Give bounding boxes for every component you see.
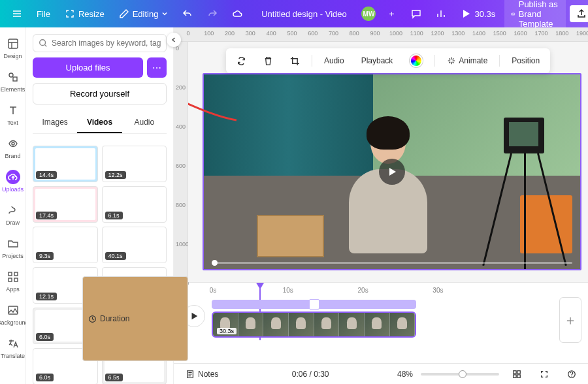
position-button[interactable]: Position [506,54,545,68]
top-bar: File Resize Editing MW ＋ 30.3s Publish a… [0,0,588,27]
svg-point-1 [9,73,13,77]
analytics-button[interactable] [431,5,451,22]
user-avatar[interactable]: MW [361,7,376,21]
rail-brand[interactable]: Brand [0,133,25,163]
menu-button[interactable] [7,5,27,22]
chart-icon [436,8,446,19]
upload-thumb[interactable]: 6.1s [102,186,167,223]
resize-icon [65,8,75,19]
upload-files-button[interactable]: Upload files [33,57,143,78]
sync-icon [237,56,246,66]
upload-thumb[interactable]: 40.1s [102,227,167,263]
rail-text[interactable]: Text [0,99,25,130]
notes-button[interactable]: Notes [180,368,223,381]
upload-thumb[interactable]: 14.4s [33,146,98,182]
upload-thumb[interactable]: 17.4s [33,186,98,223]
tab-audio[interactable]: Audio [122,112,167,133]
fullscreen-button[interactable] [534,368,554,381]
audio-button[interactable]: Audio [319,54,350,68]
play-icon [461,8,471,19]
play-preview-button[interactable]: 30.3s [455,5,500,22]
playback-time: 0:06 / 0:30 [292,370,329,379]
add-member-button[interactable]: ＋ [381,5,402,22]
translate-icon [6,336,20,351]
help-button[interactable] [562,368,581,381]
upload-more-button[interactable]: ⋯ [147,57,167,78]
bottom-bar: Notes Duration 0:06 / 0:30 48% [174,363,588,384]
crown-icon [511,8,515,19]
timeline: 0s10s20s30s 30.3s ＋ [174,282,588,363]
animate-button[interactable]: Animate [442,54,493,68]
undo-icon [182,8,193,19]
plus-icon: ＋ [386,8,397,19]
svg-rect-11 [514,370,516,373]
cloud-upload-icon [6,170,20,184]
editing-menu[interactable]: Editing [114,5,174,22]
design-title-input[interactable] [252,9,356,19]
zoom-slider[interactable] [421,373,499,376]
grid-view-button[interactable] [507,368,527,381]
file-menu[interactable]: File [31,6,56,22]
svg-point-3 [12,142,14,145]
zoom-value: 48% [397,370,413,379]
clock-icon [88,315,97,323]
expand-icon [540,370,549,379]
rail-projects[interactable]: Projects [0,232,25,263]
share-button[interactable]: Share [570,5,588,22]
playback-button[interactable]: Playback [356,54,399,68]
crop-button[interactable] [285,54,305,69]
video-play-button[interactable] [379,159,405,185]
duration-button[interactable]: Duration [82,276,188,360]
upload-thumb[interactable]: 9.3s [33,227,98,263]
resize-menu[interactable]: Resize [59,5,110,22]
timeline-clip[interactable]: 30.3s [212,312,416,338]
undo-button[interactable] [177,5,198,22]
svg-rect-13 [514,374,516,377]
trash-icon [263,56,273,66]
replace-button[interactable] [231,54,252,69]
pencil-icon [119,8,129,19]
comment-icon [411,8,421,19]
add-page-button[interactable]: ＋ [559,297,581,343]
rail-apps[interactable]: Apps [0,266,25,296]
side-rail: Design Elements Text Brand Uploads Draw … [0,27,26,384]
video-progress[interactable] [212,262,572,264]
panel-collapse-button[interactable] [167,33,181,47]
sparkle-icon [447,56,456,65]
search-input[interactable] [52,39,161,48]
comments-button[interactable] [406,5,427,22]
cloud-sync-button[interactable] [227,5,248,22]
rail-background[interactable]: Background [0,299,25,330]
chevron-down-icon [161,10,168,17]
color-wheel-icon [410,54,423,67]
rail-uploads[interactable]: Uploads [0,166,25,197]
stage[interactable]: Audio Playback Animate Position [188,42,588,282]
cloud-icon [232,8,242,19]
color-button[interactable] [404,52,428,70]
timeline-scene-bar[interactable] [212,300,416,309]
video-clip[interactable] [203,73,581,270]
image-icon [6,303,20,317]
tab-videos[interactable]: Videos [77,112,122,133]
share-icon [576,8,587,19]
svg-rect-6 [8,278,12,281]
rail-design[interactable]: Design [0,33,25,63]
svg-rect-14 [517,374,520,377]
upload-thumb[interactable]: 12.2s [102,146,167,182]
rail-elements[interactable]: Elements [0,66,25,97]
apps-icon [6,270,20,284]
canvas-area: 0100200300400500600700800900100011001200… [174,27,588,384]
tab-images[interactable]: Images [33,112,77,133]
ruler-vertical: 020040060080010001200 [174,42,188,282]
rail-draw[interactable]: Draw [0,199,25,230]
clip-duration: 30.3s [217,328,237,334]
search-field[interactable] [33,34,167,52]
redo-button[interactable] [202,5,223,22]
ruler-horizontal: 0100200300400500600700800900100011001200… [174,27,588,42]
rail-translate[interactable]: Translate [0,332,25,363]
search-icon [39,39,48,48]
record-yourself-button[interactable]: Record yourself [33,83,167,104]
delete-button[interactable] [258,54,278,69]
svg-rect-7 [14,278,18,281]
text-icon [6,103,20,118]
